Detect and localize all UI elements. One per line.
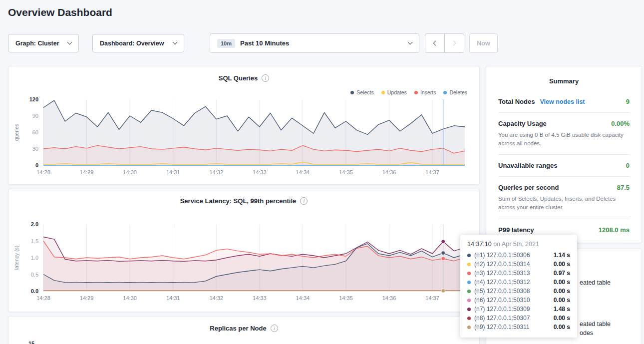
chart-title-service-latency: Service Latency: SQL, 99th percentile	[180, 197, 297, 205]
info-icon[interactable]: i	[271, 325, 278, 332]
time-next-button-disabled[interactable]	[444, 33, 464, 53]
event-item-fragment: eated table	[580, 279, 611, 286]
svg-text:14:29: 14:29	[80, 295, 94, 301]
summary-panel: Summary Total Nodes View nodes list 9 Ca…	[486, 66, 642, 243]
svg-text:14:32: 14:32	[209, 295, 223, 301]
tooltip-node-value: 0.00 s	[554, 297, 570, 304]
svg-text:queries: queries	[13, 124, 19, 141]
dashboard-selector-label: Dashboard: Overview	[100, 40, 164, 47]
series-dot-icon	[467, 290, 471, 293]
tooltip-node-value: 0.00 s	[554, 288, 570, 295]
queries-per-second-label: Queries per second	[498, 184, 559, 191]
sql-queries-chart[interactable]: 14:2814:2914:3014:3114:3214:3314:3414:35…	[11, 95, 471, 181]
tooltip-node-label: (n4) 127.0.0.1:50312	[474, 279, 550, 286]
tooltip-node-row: (n3) 127.0.0.1:503130.97 s	[467, 269, 570, 278]
event-item-fragment: eated table	[580, 321, 611, 328]
svg-text:14:34: 14:34	[296, 295, 310, 301]
time-range-label: Past 10 Minutes	[240, 39, 408, 47]
tooltip-node-row: (n9) 127.0.0.1:503110.00 s	[467, 323, 570, 332]
p99-latency-value: 1208.0 ms	[599, 226, 630, 234]
now-button-disabled[interactable]: Now	[469, 33, 498, 53]
legend-item-updates[interactable]: Updates	[381, 89, 407, 95]
svg-text:14:30: 14:30	[123, 295, 137, 301]
legend-item-inserts[interactable]: Inserts	[414, 89, 436, 95]
svg-text:60: 60	[32, 129, 38, 135]
info-icon[interactable]: i	[262, 74, 269, 82]
chart-hover-tooltip: 14:37:10 on Apr 5th, 2021 (n1) 127.0.0.1…	[460, 235, 577, 338]
legend-label: Inserts	[420, 89, 436, 95]
queries-per-second-value: 87.5	[617, 184, 630, 191]
chart-title-sql-queries: SQL Queries	[219, 74, 258, 82]
chevron-down-icon	[173, 40, 178, 45]
chart-title-replicas-per-node: Replicas per Node	[210, 325, 266, 332]
svg-text:14:31: 14:31	[166, 295, 180, 301]
svg-text:14:37: 14:37	[425, 295, 439, 301]
summary-row-queries-per-second: Queries per second 87.5 Sum of Selects, …	[498, 177, 630, 219]
svg-text:0.5: 0.5	[31, 272, 38, 278]
tooltip-node-label: (n8) 127.0.0.1:50307	[474, 315, 550, 322]
tooltip-node-value: 0.00 s	[554, 261, 570, 268]
tooltip-header: 14:37:10 on Apr 5th, 2021	[467, 241, 570, 248]
tooltip-node-row: (n4) 127.0.0.1:503120.00 s	[467, 278, 570, 287]
tooltip-node-label: (n2) 127.0.0.1:50314	[474, 261, 550, 268]
series-dot-icon	[467, 281, 471, 284]
svg-text:14:36: 14:36	[382, 169, 396, 175]
svg-text:14:37: 14:37	[425, 169, 439, 175]
tooltip-node-row: (n5) 127.0.0.1:503080.00 s	[467, 287, 570, 296]
svg-text:14:33: 14:33	[253, 295, 267, 301]
tooltip-date: on Apr 5th, 2021	[493, 241, 539, 248]
tooltip-rows: (n1) 127.0.0.1:503061.14 s(n2) 127.0.0.1…	[467, 251, 570, 332]
sql-queries-card: SQL Queries i SelectsUpdatesInsertsDelet…	[8, 66, 480, 185]
summary-row-capacity-usage: Capacity Usage 0.00% You are using 0 B o…	[498, 113, 630, 155]
svg-text:14:28: 14:28	[36, 169, 50, 175]
tooltip-node-row: (n6) 127.0.0.1:503100.00 s	[467, 296, 570, 305]
p99-latency-label: P99 latency	[498, 226, 534, 234]
tooltip-node-label: (n1) 127.0.0.1:50306	[474, 252, 550, 259]
tooltip-node-label: (n3) 127.0.0.1:50313	[474, 270, 550, 277]
series-dot-icon	[467, 317, 471, 320]
legend-label: Deletes	[449, 89, 467, 95]
legend-label: Selects	[356, 89, 373, 95]
info-icon[interactable]: i	[300, 197, 308, 205]
tooltip-node-row: (n2) 127.0.0.1:503140.00 s	[467, 260, 570, 269]
svg-text:90: 90	[32, 113, 38, 119]
time-range-badge: 10m	[217, 39, 235, 48]
graph-selector-label: Graph: Cluster	[15, 40, 59, 47]
series-dot-icon	[381, 91, 385, 94]
tooltip-node-value: 1.14 s	[554, 252, 570, 259]
y-axis-tick-partial: 15	[28, 341, 34, 344]
time-range-dropdown[interactable]: 10m Past 10 Minutes	[210, 33, 419, 53]
service-latency-chart[interactable]: 14:2814:2914:3014:3114:3214:3314:3414:35…	[11, 220, 471, 309]
svg-text:0.0: 0.0	[31, 288, 38, 294]
tooltip-node-row: (n7) 127.0.0.1:503091.48 s	[467, 305, 570, 314]
chevron-right-icon	[451, 41, 456, 46]
svg-text:14:33: 14:33	[253, 169, 267, 175]
series-dot-icon	[467, 326, 471, 329]
service-latency-card: Service Latency: SQL, 99th percentile i …	[8, 189, 480, 312]
legend-item-deletes[interactable]: Deletes	[443, 89, 467, 95]
tooltip-node-value: 0.97 s	[554, 270, 570, 277]
tooltip-node-row: (n8) 127.0.0.1:503070.00 s	[467, 314, 570, 323]
replicas-per-node-card: Replicas per Node i 15	[8, 316, 480, 344]
series-dot-icon	[350, 91, 354, 94]
summary-title: Summary	[498, 77, 630, 85]
chevron-left-icon	[433, 41, 438, 46]
series-dot-icon	[414, 91, 418, 94]
unavailable-ranges-value: 0	[626, 162, 630, 169]
event-item-fragment: odes	[580, 330, 593, 337]
capacity-usage-subtext: You are using 0 B of 4.5 GiB usable disk…	[498, 131, 630, 147]
view-nodes-list-link[interactable]: View nodes list	[540, 98, 585, 105]
time-prev-button[interactable]	[425, 33, 445, 53]
graph-selector-dropdown[interactable]: Graph: Cluster	[8, 34, 79, 52]
svg-text:0: 0	[35, 162, 38, 168]
svg-text:14:31: 14:31	[166, 169, 180, 175]
series-dot-icon	[443, 91, 447, 94]
tooltip-time: 14:37:10	[467, 241, 492, 248]
dashboard-selector-dropdown[interactable]: Dashboard: Overview	[92, 34, 184, 52]
svg-text:14:32: 14:32	[209, 169, 223, 175]
svg-text:1.5: 1.5	[31, 238, 38, 244]
legend-item-selects[interactable]: Selects	[350, 89, 373, 95]
svg-text:14:35: 14:35	[339, 295, 353, 301]
unavailable-ranges-label: Unavailable ranges	[498, 162, 558, 169]
svg-text:14:35: 14:35	[339, 169, 353, 175]
